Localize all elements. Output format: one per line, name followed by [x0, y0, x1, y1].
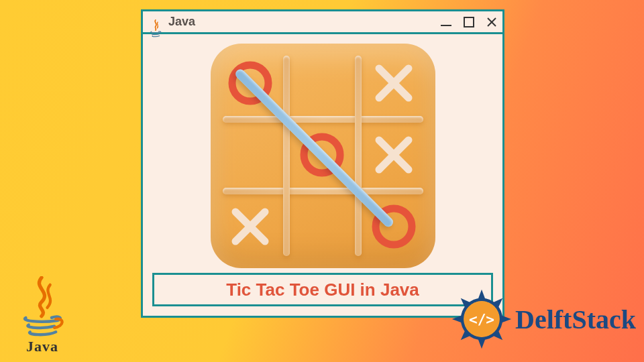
java-cup-icon: [16, 276, 68, 341]
java-logo-text: Java: [26, 338, 58, 355]
mark-x-icon: [371, 60, 417, 106]
caption-panel: Tic Tac Toe GUI in Java: [152, 273, 493, 306]
board-cell[interactable]: [286, 48, 358, 119]
tictactoe-board: [211, 44, 435, 268]
svg-text:</>: </>: [469, 311, 494, 328]
java-logo: Java: [16, 276, 68, 355]
minimize-icon[interactable]: [439, 15, 453, 29]
svg-rect-1: [464, 17, 474, 27]
window-controls: [439, 11, 498, 32]
board-cell[interactable]: [358, 48, 429, 119]
caption-text: Tic Tac Toe GUI in Java: [226, 280, 419, 300]
window-client-area: Tic Tac Toe GUI in Java: [143, 34, 502, 316]
titlebar: Java: [143, 11, 502, 34]
board-cell[interactable]: [358, 119, 429, 190]
delftstack-badge-icon: </>: [449, 287, 514, 351]
app-window: Java: [141, 9, 504, 318]
board-cell[interactable]: [215, 191, 286, 262]
window-title: Java: [168, 15, 195, 29]
delftstack-logo: </> DelftStack: [449, 287, 636, 351]
close-icon[interactable]: [485, 15, 498, 29]
mark-x-icon: [371, 132, 417, 178]
delftstack-logo-text: DelftStack: [515, 304, 636, 335]
maximize-icon[interactable]: [462, 15, 476, 29]
board-cell[interactable]: [286, 191, 358, 262]
java-cup-icon: [148, 19, 163, 25]
mark-x-icon: [227, 204, 273, 249]
board-cell[interactable]: [215, 119, 286, 190]
